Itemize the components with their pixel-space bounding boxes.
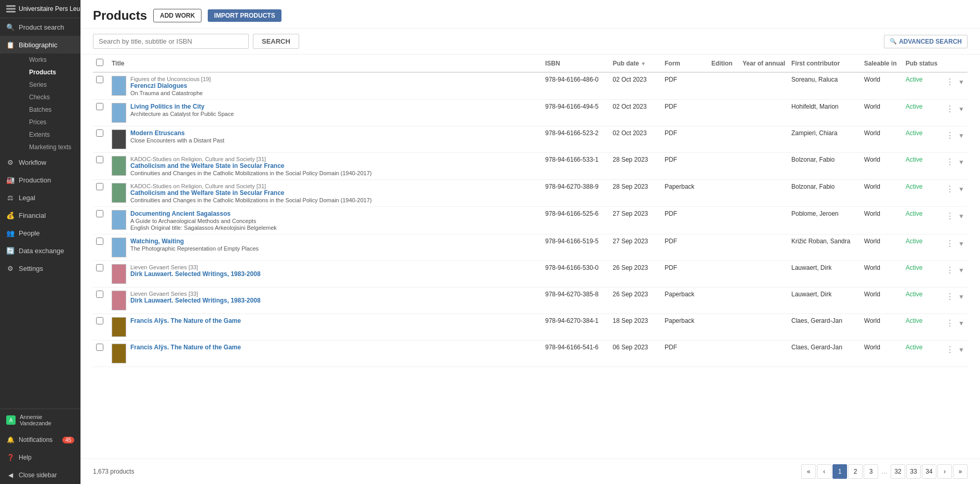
row-expand-button[interactable]: ▼ — [958, 213, 964, 220]
row-checkbox-cell[interactable] — [93, 153, 109, 180]
row-checkbox-cell[interactable] — [93, 234, 109, 261]
product-title[interactable]: Francis Alÿs. The Nature of the Game — [130, 344, 539, 351]
sidebar-item-settings[interactable]: ⚙ Settings — [0, 259, 80, 277]
import-products-button[interactable]: IMPORT PRODUCTS — [208, 9, 281, 22]
row-more-actions-button[interactable]: ⋮ — [944, 264, 956, 276]
product-title[interactable]: Dirk Lauwaert. Selected Writings, 1983-2… — [130, 297, 539, 304]
sidebar-item-people[interactable]: 👥 People — [0, 224, 80, 242]
row-more-actions-button[interactable]: ⋮ — [944, 129, 956, 141]
row-checkbox[interactable] — [96, 238, 103, 245]
row-more-actions-button[interactable]: ⋮ — [944, 103, 956, 115]
sidebar-item-notifications[interactable]: 🔔 Notifications 45 — [0, 431, 80, 449]
row-checkbox[interactable] — [96, 76, 103, 83]
row-checkbox[interactable] — [96, 317, 103, 324]
select-all-checkbox[interactable] — [96, 59, 103, 66]
row-more-actions-button[interactable]: ⋮ — [944, 210, 956, 222]
pagination-page-33[interactable]: 33 — [906, 464, 921, 479]
sidebar-item-data-exchange[interactable]: 🔄 Data exchange — [0, 242, 80, 259]
col-year-of-annual[interactable]: Year of annual — [740, 55, 788, 72]
row-checkbox-cell[interactable] — [93, 287, 109, 314]
search-button[interactable]: SEARCH — [253, 34, 299, 49]
row-checkbox[interactable] — [96, 103, 103, 110]
pagination-page-3[interactable]: 3 — [864, 464, 878, 479]
row-more-actions-button[interactable]: ⋮ — [944, 76, 956, 88]
product-title[interactable]: Watching, Waiting — [130, 238, 539, 245]
product-title[interactable]: Francis Alÿs. The Nature of the Game — [130, 317, 539, 324]
sidebar-item-workflow[interactable]: ⚙ Workflow — [0, 153, 80, 171]
sidebar-sub-item-extents[interactable]: Extents — [15, 128, 80, 141]
row-more-actions-button[interactable]: ⋮ — [944, 291, 956, 303]
row-expand-button[interactable]: ▼ — [958, 186, 964, 193]
advanced-search-button[interactable]: 🔍 ADVANCED SEARCH — [884, 35, 968, 48]
row-checkbox-cell[interactable] — [93, 207, 109, 234]
product-title[interactable]: Dirk Lauwaert. Selected Writings, 1983-2… — [130, 270, 539, 278]
row-checkbox[interactable] — [96, 156, 103, 163]
pagination-page-2[interactable]: 2 — [848, 464, 863, 479]
row-more-actions-button[interactable]: ⋮ — [944, 238, 956, 250]
col-first-contributor[interactable]: First contributor — [788, 55, 861, 72]
sidebar-item-bibliographic[interactable]: 📋 Bibliographic — [0, 36, 80, 54]
row-more-actions-button[interactable]: ⋮ — [944, 156, 956, 168]
col-form[interactable]: Form — [662, 55, 708, 72]
product-title[interactable]: Catholicism and the Welfare State in Sec… — [130, 189, 539, 197]
pagination-page-1[interactable]: 1 — [833, 464, 847, 479]
product-title[interactable]: Living Politics in the City — [130, 103, 539, 110]
row-expand-button[interactable]: ▼ — [958, 320, 964, 327]
row-expand-button[interactable]: ▼ — [958, 293, 964, 300]
sidebar-sub-item-works[interactable]: Works — [15, 54, 80, 66]
row-expand-button[interactable]: ▼ — [958, 132, 964, 139]
row-checkbox-cell[interactable] — [93, 341, 109, 367]
select-all-header[interactable] — [93, 55, 109, 72]
product-title[interactable]: Modern Etruscans — [130, 129, 539, 137]
sidebar-item-help[interactable]: ❓ Help — [0, 449, 80, 466]
sidebar-item-financial[interactable]: 💰 Financial — [0, 206, 80, 224]
col-pub-date[interactable]: Pub date ▼ — [610, 55, 662, 72]
pagination-first[interactable]: « — [801, 464, 816, 479]
row-expand-button[interactable]: ▼ — [958, 240, 964, 247]
row-checkbox-cell[interactable] — [93, 72, 109, 100]
sidebar-item-close-sidebar[interactable]: ◀ Close sidebar — [0, 466, 80, 484]
pagination-prev[interactable]: ‹ — [817, 464, 831, 479]
sidebar-sub-item-marketing-texts[interactable]: Marketing texts — [15, 141, 80, 153]
row-expand-button[interactable]: ▼ — [958, 79, 964, 86]
row-checkbox[interactable] — [96, 264, 103, 271]
pagination-page-32[interactable]: 32 — [891, 464, 905, 479]
add-work-button[interactable]: ADD WORK — [153, 9, 202, 22]
row-more-actions-button[interactable]: ⋮ — [944, 317, 956, 329]
pagination-page-34[interactable]: 34 — [922, 464, 936, 479]
row-expand-button[interactable]: ▼ — [958, 106, 964, 113]
col-pub-status[interactable]: Pub status — [903, 55, 941, 72]
search-input[interactable] — [93, 34, 249, 49]
col-isbn[interactable]: ISBN — [542, 55, 610, 72]
product-title[interactable]: Ferenczi Dialogues — [130, 82, 539, 89]
product-title[interactable]: Documenting Ancient Sagalassos — [130, 210, 539, 217]
row-checkbox[interactable] — [96, 129, 103, 137]
row-checkbox-cell[interactable] — [93, 100, 109, 126]
row-checkbox[interactable] — [96, 344, 103, 351]
row-expand-button[interactable]: ▼ — [958, 346, 964, 354]
row-checkbox[interactable] — [96, 183, 103, 190]
row-checkbox[interactable] — [96, 210, 103, 217]
sidebar-item-legal[interactable]: ⚖ Legal — [0, 189, 80, 206]
row-checkbox-cell[interactable] — [93, 261, 109, 287]
pagination-last[interactable]: » — [953, 464, 968, 479]
sidebar-sub-item-prices[interactable]: Prices — [15, 116, 80, 128]
row-checkbox-cell[interactable] — [93, 180, 109, 207]
pagination-next[interactable]: › — [937, 464, 952, 479]
row-expand-button[interactable]: ▼ — [958, 159, 964, 166]
sidebar-sub-item-checks[interactable]: Checks — [15, 91, 80, 103]
sidebar-item-user[interactable]: A Annemie Vandezande — [0, 409, 80, 431]
row-more-actions-button[interactable]: ⋮ — [944, 183, 956, 195]
sidebar-item-product-search[interactable]: 🔍 Product search — [0, 18, 80, 36]
col-title[interactable]: Title — [109, 55, 542, 72]
col-saleable-in[interactable]: Saleable in — [861, 55, 903, 72]
row-more-actions-button[interactable]: ⋮ — [944, 344, 956, 356]
sidebar-sub-item-products[interactable]: Products — [15, 66, 80, 79]
sidebar-sub-item-batches[interactable]: Batches — [15, 103, 80, 116]
col-edition[interactable]: Edition — [708, 55, 740, 72]
row-checkbox-cell[interactable] — [93, 314, 109, 341]
row-checkbox-cell[interactable] — [93, 126, 109, 153]
sidebar-sub-item-series[interactable]: Series — [15, 79, 80, 91]
row-checkbox[interactable] — [96, 291, 103, 298]
row-expand-button[interactable]: ▼ — [958, 267, 964, 274]
